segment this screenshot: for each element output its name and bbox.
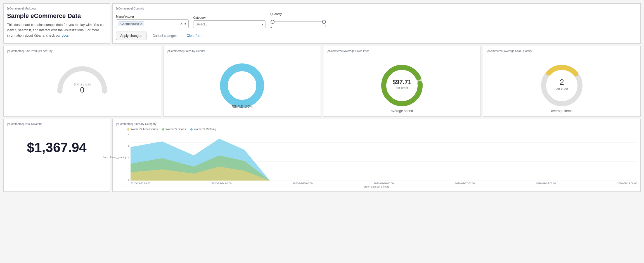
sales-category-panel: [eCommerce] Sales by Category Women's Ac… [112,119,641,192]
avg-sales-price-title: [eCommerce] Average Sales Price [327,49,477,53]
revenue-value: $1,367.94 [27,140,87,155]
quantity-label: Quantity [270,12,326,16]
manufacturer-label: Manufacturer [116,15,189,18]
sales-gender-title: [eCommerce] Sales by Gender [167,49,317,53]
gauge-svg: Trxns / day 0 [54,60,110,94]
gender-legend: FEMALE (100%) [231,105,252,108]
legend-label-clothing: Women's Clothing [194,128,216,131]
svg-point-2 [224,67,260,104]
manufacturer-tag: Gnomehouse ✕ [119,21,144,26]
legend-label-accessories: Women's Accessories [131,128,158,131]
sales-gender-panel: [eCommerce] Sales by Gender FEMALE (100%… [163,46,321,117]
manufacturer-select[interactable]: Gnomehouse ✕ ✕ ▾ [116,19,189,28]
avg-price-value: $97.71 [392,79,411,86]
avg-price-center: $97.71 per order [392,79,411,90]
quantity-slider-handle-left[interactable] [271,20,274,24]
controls-panel-title: [eCommerce] Controls [116,7,637,10]
gender-donut-svg [217,60,267,111]
category-placeholder: Select... [196,22,208,26]
area-chart-svg [131,133,637,181]
legend-dot-shoes [162,128,164,131]
quantity-max-label: 4 [325,25,326,28]
revenue-container: $1,367.94 [7,128,106,167]
category-chevron-icon: ▾ [262,22,263,26]
cancel-changes-button[interactable]: Cancel changes [149,32,181,40]
row3: [eCommerce] Total Revenue $1,367.94 [eCo… [2,118,642,193]
docs-link[interactable]: docs [61,34,68,37]
manufacturer-control: Manufacturer Gnomehouse ✕ ✕ ▾ [116,15,189,28]
sales-gender-donut: FEMALE (100%) [167,55,317,111]
clear-form-button[interactable]: Clear form [183,32,206,40]
action-buttons: Apply changes Cancel changes Clear form [116,32,637,40]
gauge-container: Trxns / day 0 [7,55,157,97]
avg-qty-center: 2 per order [556,78,568,91]
controls-row: Manufacturer Gnomehouse ✕ ✕ ▾ Category S… [116,12,637,28]
sold-products-panel: [eCommerce] Sold Products per Day Trxns … [3,46,161,117]
avg-qty-donut-container: 2 per order [487,55,637,113]
x-tick-6: 2020-09-29 00:00 [617,182,637,185]
legend-item-accessories: Women's Accessories [127,128,158,131]
legend-label-shoes: Women's Shoes [165,128,186,131]
markdown-description: This dashboard contains sample data for … [7,22,106,39]
avg-price-donut-container: $97.71 per order [327,55,477,113]
y-axis: Sum of total_quantity 8 6 4 2 0 [118,133,131,181]
avg-sales-price-panel: [eCommerce] Average Sales Price $97.71 p… [323,46,481,117]
legend-dot-accessories [127,128,129,131]
sales-category-title: [eCommerce] Sales by Category [116,122,637,125]
x-tick-5: 2020-09-28 00:00 [536,182,556,185]
total-revenue-panel: [eCommerce] Total Revenue $1,367.94 [3,119,110,192]
quantity-slider-handle-right[interactable] [322,20,326,24]
sold-products-title: [eCommerce] Sold Products per Day [7,49,157,53]
legend-dot-clothing [190,128,193,131]
manufacturer-tag-close[interactable]: ✕ [140,22,142,25]
avg-qty-value: 2 [560,78,564,86]
x-axis-label: order_date per 3 hours [116,185,637,188]
quantity-slider-track [273,21,324,22]
quantity-slider-fill [273,21,319,22]
chart-legend: Women's Accessories Women's Shoes Women'… [127,128,637,131]
y-axis-label: Sum of total_quantity [103,156,127,159]
x-tick-4: 2020-09-27 00:00 [455,182,475,185]
x-axis-labels: 2020-09-23 00:00 2020-09-24 00:00 2020-0… [131,182,637,185]
manufacturer-chevron-icon: ▾ [184,22,186,26]
legend-item-shoes: Women's Shoes [162,128,186,131]
quantity-min-label: 1 [270,25,272,28]
category-select[interactable]: Select... ▾ [193,20,266,28]
markdown-panel-title: [eCommerce] Markdown [7,7,106,10]
quantity-control: Quantity 1 4 [270,12,326,28]
avg-price-per-label: per order [396,86,408,89]
controls-panel: [eCommerce] Controls Manufacturer Gnomeh… [112,3,641,44]
chart-area: Sum of total_quantity 8 6 4 2 0 [118,133,637,181]
avg-qty-per-label: per order [556,87,568,90]
markdown-heading: Sample eCommerce Data [7,12,106,20]
quantity-slider-labels: 1 4 [270,25,326,28]
manufacturer-clear-btn[interactable]: ✕ [180,22,183,26]
total-revenue-title: [eCommerce] Total Revenue [7,122,106,125]
legend-item-clothing: Women's Clothing [190,128,216,131]
x-tick-3: 2020-09-26 00:00 [374,182,394,185]
x-tick-0: 2020-09-23 00:00 [131,182,150,185]
category-label: Category [193,16,266,19]
avg-sold-qty-panel: [eCommerce] Average Sold Quantity 2 per … [483,46,641,117]
category-control: Category Select... ▾ [193,16,266,28]
apply-changes-button[interactable]: Apply changes [116,32,146,40]
x-tick-2: 2020-09-25 00:00 [293,182,312,185]
area-chart-wrapper [131,133,637,181]
markdown-panel: [eCommerce] Markdown Sample eCommerce Da… [3,3,110,44]
svg-text:0: 0 [80,86,84,94]
avg-sold-qty-title: [eCommerce] Average Sold Quantity [487,49,637,53]
row2: [eCommerce] Sold Products per Day Trxns … [2,45,642,118]
x-tick-1: 2020-09-24 00:00 [212,182,231,185]
